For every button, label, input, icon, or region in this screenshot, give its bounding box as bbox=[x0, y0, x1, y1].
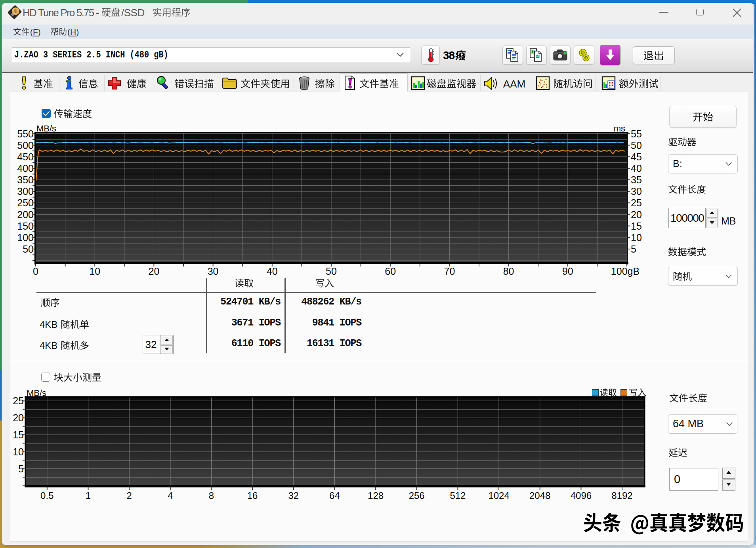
svg-text:50: 50 bbox=[23, 244, 34, 255]
svg-text:10: 10 bbox=[89, 266, 100, 277]
svg-text:2048: 2048 bbox=[529, 490, 550, 501]
svg-text:0: 0 bbox=[33, 266, 38, 277]
svg-text:45: 45 bbox=[631, 151, 642, 162]
svg-text:70: 70 bbox=[444, 266, 455, 277]
svg-text:2: 2 bbox=[126, 490, 132, 501]
svg-text:64: 64 bbox=[329, 490, 340, 501]
svg-text:400: 400 bbox=[17, 163, 34, 174]
svg-text:5: 5 bbox=[631, 244, 636, 255]
svg-text:8192: 8192 bbox=[611, 490, 632, 501]
svg-text:500: 500 bbox=[17, 140, 34, 151]
svg-text:1: 1 bbox=[86, 490, 91, 501]
svg-text:0.5: 0.5 bbox=[40, 490, 53, 501]
svg-text:150: 150 bbox=[17, 221, 34, 232]
svg-text:10: 10 bbox=[631, 232, 642, 243]
svg-text:100: 100 bbox=[17, 232, 34, 243]
svg-text:60: 60 bbox=[385, 266, 396, 277]
svg-text:15: 15 bbox=[13, 429, 24, 440]
svg-text:50: 50 bbox=[631, 140, 642, 151]
svg-text:16: 16 bbox=[247, 490, 258, 501]
svg-text:25: 25 bbox=[13, 395, 24, 406]
svg-text:80: 80 bbox=[503, 266, 514, 277]
svg-text:512: 512 bbox=[450, 490, 466, 501]
svg-text:450: 450 bbox=[17, 151, 34, 162]
svg-text:128: 128 bbox=[368, 490, 384, 501]
svg-text:1024: 1024 bbox=[488, 490, 509, 501]
svg-text:25: 25 bbox=[631, 197, 642, 208]
svg-text:100gB: 100gB bbox=[611, 266, 640, 277]
svg-text:20: 20 bbox=[13, 412, 24, 423]
svg-text:350: 350 bbox=[17, 174, 34, 185]
svg-text:200: 200 bbox=[17, 209, 34, 220]
svg-text:8: 8 bbox=[209, 490, 214, 501]
svg-text:MB/s: MB/s bbox=[27, 388, 46, 398]
svg-text:50: 50 bbox=[326, 266, 337, 277]
svg-text:15: 15 bbox=[631, 221, 642, 232]
svg-text:20: 20 bbox=[631, 209, 642, 220]
svg-text:MB/s: MB/s bbox=[36, 124, 56, 133]
svg-text:90: 90 bbox=[562, 266, 573, 277]
svg-text:20: 20 bbox=[148, 266, 159, 277]
svg-text:4096: 4096 bbox=[571, 490, 592, 501]
svg-text:30: 30 bbox=[631, 186, 642, 197]
svg-text:40: 40 bbox=[267, 266, 278, 277]
svg-text:ms: ms bbox=[614, 124, 625, 133]
svg-text:5: 5 bbox=[18, 463, 24, 474]
svg-text:30: 30 bbox=[208, 266, 219, 277]
svg-text:4: 4 bbox=[168, 490, 173, 501]
svg-text:250: 250 bbox=[17, 197, 34, 208]
svg-text:35: 35 bbox=[631, 174, 642, 185]
svg-text:300: 300 bbox=[17, 186, 34, 197]
svg-text:40: 40 bbox=[631, 163, 642, 174]
svg-text:550: 550 bbox=[17, 128, 34, 139]
svg-text:10: 10 bbox=[13, 446, 24, 457]
svg-text:55: 55 bbox=[631, 128, 642, 139]
svg-text:256: 256 bbox=[409, 490, 425, 501]
svg-text:32: 32 bbox=[288, 490, 299, 501]
